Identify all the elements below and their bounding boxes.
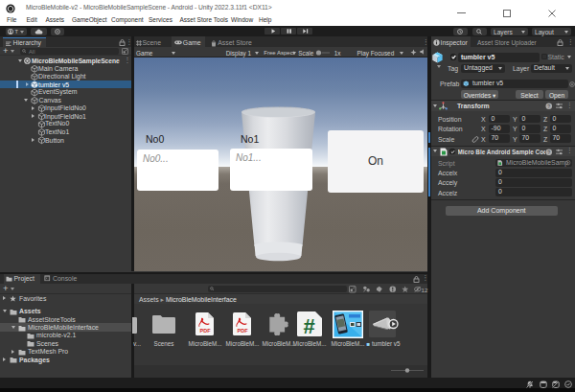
svg-text:#: #	[304, 314, 315, 338]
svg-text:?: ?	[547, 104, 550, 109]
svg-text:?: ?	[547, 149, 550, 154]
